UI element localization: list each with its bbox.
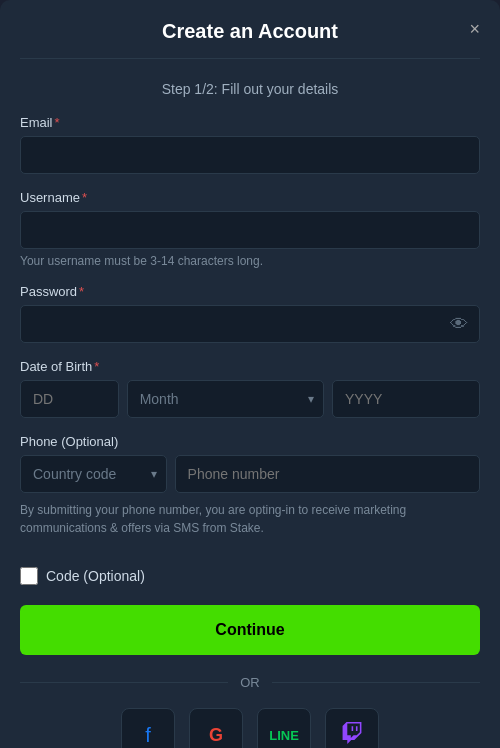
code-group: Code (Optional)	[20, 567, 480, 585]
password-group: Password* 👁	[20, 284, 480, 343]
password-label: Password*	[20, 284, 480, 299]
create-account-modal: Create an Account × Step 1/2: Fill out y…	[0, 0, 500, 748]
dob-dd-wrapper	[20, 380, 119, 418]
modal-title: Create an Account	[162, 20, 338, 42]
dob-month-select[interactable]: Month January February March April May J…	[127, 380, 324, 418]
username-hint: Your username must be 3-14 characters lo…	[20, 254, 480, 268]
phone-group: Phone (Optional) Country code ▾ By submi…	[20, 434, 480, 537]
dob-yyyy-wrapper	[332, 380, 480, 418]
or-text: OR	[240, 675, 260, 690]
code-label: Code (Optional)	[46, 568, 145, 584]
close-button[interactable]: ×	[469, 20, 480, 38]
email-label: Email*	[20, 115, 480, 130]
google-icon: G	[209, 725, 223, 746]
or-line-right	[272, 682, 480, 683]
continue-button[interactable]: Continue	[20, 605, 480, 655]
line-login-button[interactable]: LINE	[257, 708, 311, 748]
phone-number-input[interactable]	[175, 455, 480, 493]
dob-required: *	[94, 359, 99, 374]
country-code-select[interactable]: Country code	[20, 455, 167, 493]
social-login-row: f G LINE	[20, 708, 480, 748]
twitch-login-button[interactable]	[325, 708, 379, 748]
step-indicator: Step 1/2: Fill out your details	[20, 81, 480, 97]
or-line-left	[20, 682, 228, 683]
dob-label: Date of Birth*	[20, 359, 480, 374]
phone-label: Phone (Optional)	[20, 434, 480, 449]
google-login-button[interactable]: G	[189, 708, 243, 748]
facebook-login-button[interactable]: f	[121, 708, 175, 748]
line-icon: LINE	[269, 728, 299, 743]
password-required: *	[79, 284, 84, 299]
dob-group: Date of Birth* Month January February Ma…	[20, 359, 480, 418]
modal-header: Create an Account ×	[20, 20, 480, 59]
username-group: Username* Your username must be 3-14 cha…	[20, 190, 480, 268]
dob-month-wrapper: Month January February March April May J…	[127, 380, 324, 418]
password-wrapper: 👁	[20, 305, 480, 343]
username-label: Username*	[20, 190, 480, 205]
toggle-password-icon[interactable]: 👁	[450, 314, 468, 335]
dob-row: Month January February March April May J…	[20, 380, 480, 418]
twitch-icon	[341, 722, 363, 749]
facebook-icon: f	[145, 724, 151, 747]
sms-notice: By submitting your phone number, you are…	[20, 501, 480, 537]
code-checkbox[interactable]	[20, 567, 38, 585]
country-code-wrapper: Country code ▾	[20, 455, 167, 493]
phone-number-wrapper	[175, 455, 480, 493]
email-group: Email*	[20, 115, 480, 174]
dob-yyyy-input[interactable]	[332, 380, 480, 418]
username-required: *	[82, 190, 87, 205]
dob-dd-input[interactable]	[20, 380, 119, 418]
phone-row: Country code ▾	[20, 455, 480, 493]
username-input[interactable]	[20, 211, 480, 249]
password-input[interactable]	[20, 305, 480, 343]
or-divider: OR	[20, 675, 480, 690]
email-input[interactable]	[20, 136, 480, 174]
email-required: *	[55, 115, 60, 130]
